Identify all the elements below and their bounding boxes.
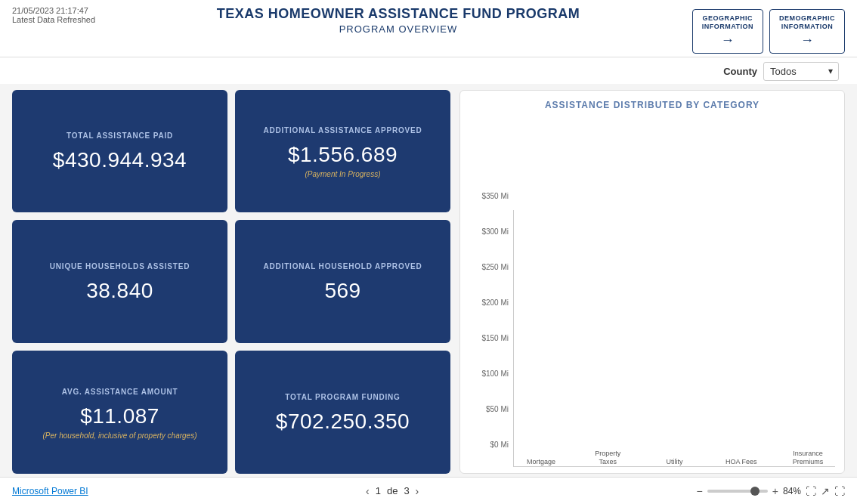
zoom-value: 84% <box>783 486 801 496</box>
geo-button-label: GEOGRAPHICINFORMATION <box>702 14 753 31</box>
nav-buttons-section: GEOGRAPHICINFORMATION → DEMOGRAPHICINFOR… <box>679 6 845 54</box>
demo-button-label: DEMOGRAPHICINFORMATION <box>779 14 835 31</box>
bar-label-0: Mortgage <box>527 458 555 466</box>
y-tick-0: $0 Mi <box>469 441 509 449</box>
y-tick-4: $200 Mi <box>469 298 509 307</box>
pagination: ‹ 1 de 3 › <box>366 485 419 497</box>
card-avg-assistance: AVG. ASSISTANCE AMOUNT $11.087 (Per hous… <box>12 351 227 474</box>
chart-inner: $0 Mi$50 Mi$100 Mi$150 Mi$200 Mi$250 Mi$… <box>469 116 835 467</box>
zoom-slider[interactable] <box>707 490 768 493</box>
chart-title: ASSISTANCE DISTRIBUTED BY CATEGORY <box>469 100 835 110</box>
filter-row: County Todos <box>0 57 857 84</box>
bar-label-1: PropertyTaxes <box>595 450 620 466</box>
bar-group-3: HOA Fees <box>714 455 769 466</box>
card-additional-household-approved: ADDITIONAL HOUSEHOLD APPROVED 569 <box>235 220 450 343</box>
main-title: TEXAS HOMEOWNER ASSISTANCE FUND PROGRAM <box>217 6 580 22</box>
chart-area: $0 Mi$50 Mi$100 Mi$150 Mi$200 Mi$250 Mi$… <box>469 116 835 467</box>
bar-label-4: InsurancePremiums <box>793 450 824 466</box>
bar-label-2: Utility <box>667 458 683 466</box>
fullscreen-icon[interactable]: ⛶ <box>806 485 816 497</box>
share-icon[interactable]: ↗ <box>821 485 830 497</box>
datetime-text: 21/05/2023 21:17:47 <box>12 6 118 15</box>
card-value-avg-assistance: $11.087 <box>80 404 159 428</box>
y-tick-1: $50 Mi <box>469 405 509 413</box>
card-sub-additional-assistance: (Payment In Progress) <box>305 170 380 178</box>
card-title-unique-households: UNIQUE HOUSEHOLDS ASSISTED <box>50 261 190 271</box>
y-tick-7: $350 Mi <box>469 192 509 200</box>
cards-section: TOTAL ASSISTANCE PAID $430.944.934 ADDIT… <box>12 90 450 474</box>
demo-button-arrow: → <box>800 32 814 48</box>
card-value-additional-household: 569 <box>324 279 360 303</box>
demo-info-button[interactable]: DEMOGRAPHICINFORMATION → <box>769 9 845 54</box>
page-separator: de <box>387 485 398 496</box>
card-value-unique-households: 38.840 <box>86 279 153 303</box>
county-select-wrapper[interactable]: Todos <box>763 62 839 81</box>
y-tick-6: $300 Mi <box>469 227 509 236</box>
zoom-minus-button[interactable]: − <box>697 485 703 497</box>
card-title-total-funding: TOTAL PROGRAM FUNDING <box>285 392 400 402</box>
page-current: 1 <box>376 485 381 496</box>
bar-group-2: Utility <box>647 455 701 466</box>
y-tick-3: $150 Mi <box>469 334 509 342</box>
y-tick-5: $250 Mi <box>469 263 509 271</box>
top-bar: 21/05/2023 21:17:47 Latest Data Refreshe… <box>0 0 857 57</box>
chart-section: ASSISTANCE DISTRIBUTED BY CATEGORY $0 Mi… <box>459 90 845 474</box>
bar-group-1: PropertyTaxes <box>580 447 635 466</box>
geo-info-button[interactable]: GEOGRAPHICINFORMATION → <box>692 9 763 54</box>
bar-label-3: HOA Fees <box>726 458 757 466</box>
card-title-total-assistance: TOTAL ASSISTANCE PAID <box>67 131 173 141</box>
powerbi-link[interactable]: Microsoft Power BI <box>12 486 88 496</box>
card-sub-avg-assistance: (Per household, inclusive of property ch… <box>43 431 197 440</box>
zoom-plus-button[interactable]: + <box>772 485 778 497</box>
bars-container: MortgagePropertyTaxesUtilityHOA FeesInsu… <box>513 210 835 467</box>
bar-group-0: Mortgage <box>514 455 568 466</box>
card-total-program-funding: TOTAL PROGRAM FUNDING $702.250.350 <box>235 351 450 474</box>
bottom-bar: Microsoft Power BI ‹ 1 de 3 › − + 84% ⛶ … <box>0 477 857 504</box>
card-total-assistance-paid: TOTAL ASSISTANCE PAID $430.944.934 <box>12 90 227 213</box>
y-tick-2: $100 Mi <box>469 369 509 378</box>
card-value-additional-assistance: $1.556.689 <box>288 143 398 167</box>
header-datetime-section: 21/05/2023 21:17:47 Latest Data Refreshe… <box>12 6 118 24</box>
card-title-additional-household: ADDITIONAL HOUSEHOLD APPROVED <box>264 261 422 271</box>
page-total: 3 <box>404 485 409 496</box>
county-select[interactable]: Todos <box>763 62 839 81</box>
card-value-total-funding: $702.250.350 <box>276 410 410 434</box>
card-value-total-assistance: $430.944.934 <box>53 148 187 172</box>
refresh-label: Latest Data Refreshed <box>12 15 118 24</box>
zoom-controls: − + 84% ⛶ ↗ ⛶ <box>697 485 845 497</box>
page-next-arrow[interactable]: › <box>416 485 419 497</box>
page-prev-arrow[interactable]: ‹ <box>366 485 370 497</box>
county-filter-label: County <box>723 66 757 77</box>
geo-button-arrow: → <box>721 32 735 48</box>
sub-title: PROGRAM OVERVIEW <box>339 23 458 35</box>
main-content: TOTAL ASSISTANCE PAID $430.944.934 ADDIT… <box>0 84 857 477</box>
card-title-avg-assistance: AVG. ASSISTANCE AMOUNT <box>62 387 178 397</box>
bar-group-4: InsurancePremiums <box>781 447 835 466</box>
y-axis: $0 Mi$50 Mi$100 Mi$150 Mi$200 Mi$250 Mi$… <box>469 192 509 467</box>
card-title-additional-assistance: ADDITIONAL ASSISTANCE APPROVED <box>263 125 422 135</box>
expand-icon[interactable]: ⛶ <box>834 485 845 497</box>
card-additional-assistance-approved: ADDITIONAL ASSISTANCE APPROVED $1.556.68… <box>235 90 450 213</box>
card-unique-households: UNIQUE HOUSEHOLDS ASSISTED 38.840 <box>12 220 227 343</box>
header-title-section: TEXAS HOMEOWNER ASSISTANCE FUND PROGRAM … <box>118 6 679 35</box>
